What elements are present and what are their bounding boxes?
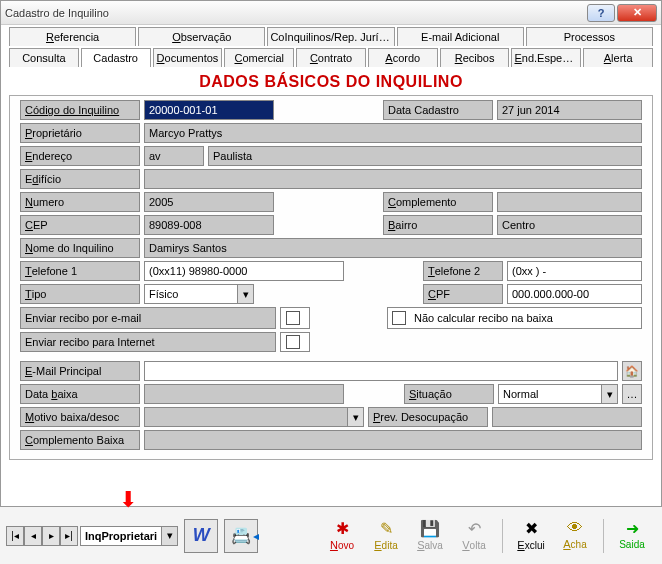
close-button[interactable]: ✕ bbox=[617, 4, 657, 22]
label-enviar-internet: Enviar recibo para Internet bbox=[20, 332, 276, 352]
novo-icon: ✱ bbox=[336, 519, 349, 538]
checkbox-enviar-internet[interactable] bbox=[280, 332, 310, 352]
label-situacao: Situação bbox=[404, 384, 494, 404]
form-area: Código do Inquilino 20000-001-01 Data Ca… bbox=[9, 95, 653, 460]
combo-tipo[interactable]: Físico ▾ bbox=[144, 284, 254, 304]
field-bairro: Centro bbox=[497, 215, 642, 235]
tab-referencia[interactable]: Referencia bbox=[9, 27, 136, 46]
chevron-down-icon: ▾ bbox=[238, 284, 254, 304]
label-nome: Nome do Inquilino bbox=[20, 238, 140, 258]
field-nome: Damirys Santos bbox=[144, 238, 642, 258]
combo-motivo[interactable]: ▾ bbox=[144, 407, 364, 427]
chevron-down-icon: ▾ bbox=[602, 384, 618, 404]
tab-alerta[interactable]: Alerta bbox=[583, 48, 653, 67]
tab-documentos[interactable]: Documentos bbox=[153, 48, 223, 67]
footer-combo[interactable]: InqProprietari ▾ bbox=[80, 526, 178, 546]
chevron-down-icon: ▾ bbox=[348, 407, 364, 427]
label-compl-baixa: Complemento Baixa bbox=[20, 430, 140, 450]
red-arrow-indicator: ⬇ bbox=[119, 487, 137, 513]
tabs-row-top: ReferenciaObservaçãoCoInquilinos/Rep. Ju… bbox=[1, 25, 661, 46]
field-codigo[interactable]: 20000-001-01 bbox=[144, 100, 274, 120]
tool-acha[interactable]: 👁Acha bbox=[557, 519, 593, 553]
tab-acordo[interactable]: Acordo bbox=[368, 48, 438, 67]
footer-toolbar: |◂ ◂ ▸ ▸| InqProprietari ▾ ⬇ W 📇◂ ✱Novo✎… bbox=[0, 506, 662, 564]
field-complemento bbox=[497, 192, 642, 212]
tool-novo[interactable]: ✱Novo bbox=[324, 519, 360, 553]
titlebar: Cadastro de Inquilino ? ✕ bbox=[1, 1, 661, 25]
tool-edita[interactable]: ✎Edita bbox=[368, 519, 404, 553]
nav-next-button[interactable]: ▸ bbox=[42, 526, 60, 546]
field-proprietario: Marcyo Prattys bbox=[144, 123, 642, 143]
nav-prev-button[interactable]: ◂ bbox=[24, 526, 42, 546]
label-endereco: Endereço bbox=[20, 146, 140, 166]
label-complemento: Complemento bbox=[383, 192, 493, 212]
salva-icon: 💾 bbox=[420, 519, 440, 538]
tool-label: Acha bbox=[563, 538, 586, 550]
label-cep: CEP bbox=[20, 215, 140, 235]
tool-salva: 💾Salva bbox=[412, 519, 448, 553]
label-prev-desoc: Prev. Desocupação bbox=[368, 407, 488, 427]
label-data-baixa: Data baixa bbox=[20, 384, 140, 404]
field-cpf[interactable]: 000.000.000-00 bbox=[507, 284, 642, 304]
window-title: Cadastro de Inquilino bbox=[5, 7, 585, 19]
edita-icon: ✎ bbox=[380, 519, 393, 538]
record-nav: |◂ ◂ ▸ ▸| bbox=[6, 526, 78, 546]
tool-label: Exclui bbox=[517, 539, 544, 551]
chevron-down-icon: ▾ bbox=[162, 526, 178, 546]
checkbox-nao-calcular[interactable]: Não calcular recibo na baixa bbox=[387, 307, 642, 329]
label-tel1: Telefone 1 bbox=[20, 261, 140, 281]
section-title: DADOS BÁSICOS DO INQUILINO bbox=[1, 67, 661, 95]
email-home-button[interactable]: 🏠 bbox=[622, 361, 642, 381]
label-bairro: Bairro bbox=[383, 215, 493, 235]
tab-cadastro[interactable]: Cadastro bbox=[81, 48, 151, 67]
checkbox-enviar-email[interactable] bbox=[280, 307, 310, 329]
field-prev-desoc bbox=[492, 407, 642, 427]
help-button[interactable]: ? bbox=[587, 4, 615, 22]
tab-contrato[interactable]: Contrato bbox=[296, 48, 366, 67]
label-proprietario: Proprietário bbox=[20, 123, 140, 143]
tool-exclui[interactable]: ✖Exclui bbox=[513, 519, 549, 553]
tab-observa-o[interactable]: Observação bbox=[138, 27, 265, 46]
field-endereco-prefix: av bbox=[144, 146, 204, 166]
field-numero: 2005 bbox=[144, 192, 274, 212]
label-motivo: Motivo baixa/desoc bbox=[20, 407, 140, 427]
label-tipo: Tipo bbox=[20, 284, 140, 304]
field-tel2[interactable]: (0xx ) - bbox=[507, 261, 642, 281]
nav-last-button[interactable]: ▸| bbox=[60, 526, 78, 546]
tool-label: Volta bbox=[462, 539, 485, 551]
acha-icon: 👁 bbox=[567, 519, 583, 537]
tool-label: Novo bbox=[330, 539, 354, 551]
tool-label: Saida bbox=[619, 539, 645, 550]
tool-label: Salva bbox=[417, 539, 443, 551]
tab-processos[interactable]: Processos bbox=[526, 27, 653, 46]
field-edificio bbox=[144, 169, 642, 189]
tab-comercial[interactable]: Comercial bbox=[224, 48, 294, 67]
tab-end-especial[interactable]: End.Especial bbox=[511, 48, 581, 67]
label-email-principal: E-Mail Principal bbox=[20, 361, 140, 381]
exclui-icon: ✖ bbox=[525, 519, 538, 538]
label-tel2: Telefone 2 bbox=[423, 261, 503, 281]
tool-saida[interactable]: ➜Saida bbox=[614, 519, 650, 553]
tab-recibos[interactable]: Recibos bbox=[440, 48, 510, 67]
saida-icon: ➜ bbox=[626, 519, 639, 538]
label-edificio: Edifício bbox=[20, 169, 140, 189]
situacao-more-button[interactable]: … bbox=[622, 384, 642, 404]
label-data-cadastro: Data Cadastro bbox=[383, 100, 493, 120]
field-data-cadastro: 27 jun 2014 bbox=[497, 100, 642, 120]
label-cpf: CPF bbox=[423, 284, 503, 304]
field-endereco: Paulista bbox=[208, 146, 642, 166]
list-view-button[interactable]: 📇◂ bbox=[224, 519, 258, 553]
label-numero: Numero bbox=[20, 192, 140, 212]
tab-coinquilinos-rep-jur-dico[interactable]: CoInquilinos/Rep. Jurídico bbox=[267, 27, 394, 46]
action-tools: ✱Novo✎Edita💾Salva↶Volta✖Exclui👁Acha➜Said… bbox=[324, 519, 656, 553]
tab-consulta[interactable]: Consulta bbox=[9, 48, 79, 67]
volta-icon: ↶ bbox=[468, 519, 481, 538]
word-export-button[interactable]: W bbox=[184, 519, 218, 553]
label-codigo: Código do Inquilino bbox=[20, 100, 140, 120]
field-tel1[interactable]: (0xx11) 98980-0000 bbox=[144, 261, 344, 281]
tab-e-mail-adicional[interactable]: E-mail Adicional bbox=[397, 27, 524, 46]
combo-situacao[interactable]: Normal ▾ bbox=[498, 384, 618, 404]
field-email-principal[interactable] bbox=[144, 361, 618, 381]
tool-label: Edita bbox=[374, 539, 397, 551]
nav-first-button[interactable]: |◂ bbox=[6, 526, 24, 546]
